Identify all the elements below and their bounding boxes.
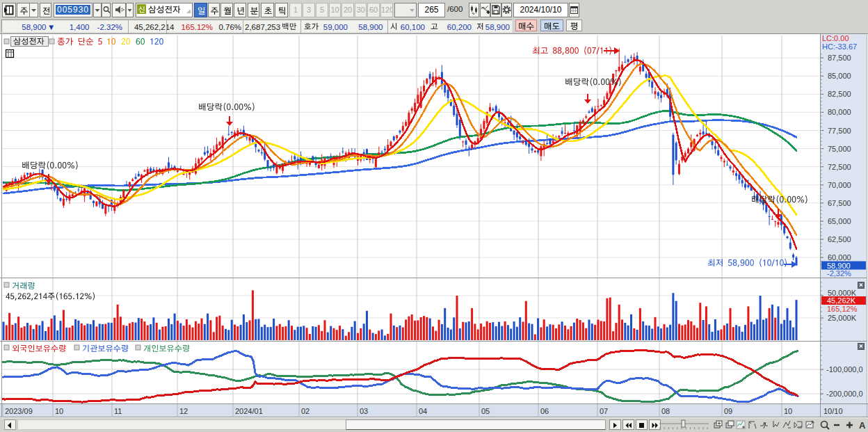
svg-text:05: 05 [481,407,490,415]
svg-text:77,500: 77,500 [828,127,851,135]
svg-text:72,500: 72,500 [828,163,851,171]
svg-text:80,000: 80,000 [828,108,851,116]
svg-text:10/10: 10/10 [823,407,843,415]
svg-text:LC:0.00: LC:0.00 [822,34,849,42]
svg-text:58,900: 58,900 [827,262,851,270]
svg-text:-100,000,0: -100,000,0 [826,365,863,374]
svg-text:85,000: 85,000 [828,72,851,80]
svg-text:-2,32%: -2,32% [827,269,851,278]
svg-text:67,500: 67,500 [828,199,851,207]
svg-text:70,000: 70,000 [828,181,851,189]
svg-text:2023/09: 2023/09 [5,407,33,415]
svg-text:45,262K: 45,262K [827,296,856,305]
svg-text:75,000: 75,000 [828,145,851,153]
svg-text:HC:-33.67: HC:-33.67 [822,42,857,51]
svg-text:65,000: 65,000 [828,217,851,225]
svg-text:03: 03 [360,407,368,415]
svg-text:62,500: 62,500 [828,235,851,243]
svg-text:09: 09 [724,407,732,415]
svg-text:08: 08 [661,407,670,415]
svg-text:12: 12 [179,407,188,415]
svg-text:10: 10 [55,407,63,415]
svg-text:11: 11 [114,407,122,415]
svg-text:165,12%: 165,12% [827,305,858,313]
svg-text:02: 02 [301,407,310,415]
svg-text:87,500: 87,500 [828,54,851,62]
svg-text:07: 07 [600,407,608,415]
svg-text:10: 10 [784,407,792,415]
svg-text:04: 04 [419,407,427,415]
svg-text:60,000: 60,000 [828,253,851,262]
svg-text:06: 06 [540,407,549,415]
svg-text:2024/01: 2024/01 [235,407,263,415]
svg-text:-200,000,0: -200,000,0 [826,390,863,398]
svg-text:A: A [859,420,866,431]
svg-text:25,000K: 25,000K [828,314,857,322]
svg-text:82,500: 82,500 [828,90,851,98]
